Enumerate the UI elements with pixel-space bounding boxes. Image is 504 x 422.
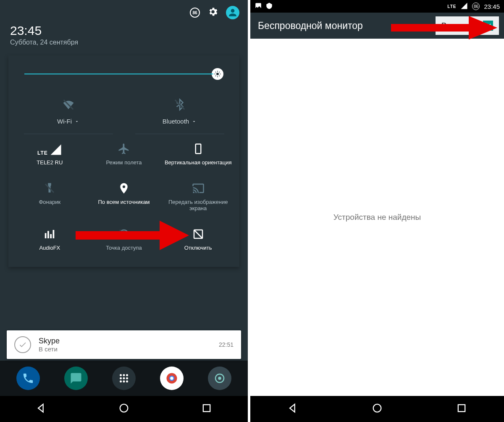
rotation-tile[interactable]: Вертикальная ориентация (161, 134, 235, 174)
recents-button[interactable] (201, 402, 213, 416)
bluetooth-tile[interactable]: Bluetooth (124, 92, 235, 134)
brightness-slider[interactable] (13, 68, 235, 92)
hotspot-label: Точка доступа (106, 245, 142, 251)
svg-point-30 (123, 380, 125, 382)
clock-date: Суббота, 24 сентября (10, 39, 238, 46)
apps-drawer-icon[interactable] (112, 367, 136, 390)
location-label: По всем источникам (98, 199, 150, 206)
qs-clock: 23:45 Суббота, 24 сентября (0, 24, 248, 54)
svg-point-29 (120, 380, 122, 382)
audiofx-label: AudioFX (39, 245, 60, 251)
equalizer-icon (43, 227, 56, 241)
svg-point-41 (373, 404, 381, 412)
location-icon (118, 181, 130, 195)
cast-tile[interactable]: Передать изображение экрана (161, 174, 235, 219)
battery-badge-icon: 86 (190, 8, 200, 18)
svg-rect-18 (53, 230, 55, 238)
bluetooth-dropdown[interactable]: Bluetooth (163, 118, 197, 125)
wifi-off-icon (62, 98, 75, 112)
location-tile[interactable]: По всем источникам (87, 174, 161, 219)
wifi-dropdown[interactable]: Wi-Fi (57, 118, 79, 125)
hotspot-off-icon (118, 227, 130, 241)
svg-rect-16 (47, 231, 49, 238)
bluetooth-off-icon (173, 98, 186, 112)
svg-point-28 (126, 377, 128, 380)
hotspot-tile[interactable]: Точка доступа (87, 219, 161, 259)
svg-rect-15 (45, 233, 47, 238)
svg-point-23 (120, 374, 122, 376)
camera-app-icon[interactable] (208, 367, 231, 390)
svg-point-0 (216, 73, 219, 75)
chrome-app-icon[interactable] (160, 367, 184, 390)
nav-bar (0, 396, 248, 422)
signal-icon (460, 2, 468, 11)
status-bar: LTE 86 23:45 (250, 0, 504, 13)
svg-point-27 (123, 377, 125, 380)
qs-tiles-panel: Wi-Fi Bluetooth LTE (8, 55, 239, 267)
wifi-tile[interactable]: Wi-Fi (13, 92, 124, 134)
enable-toggle[interactable]: Включить (436, 16, 499, 35)
svg-line-8 (219, 72, 220, 73)
flashlight-off-icon (43, 181, 56, 195)
phone-right-wireless-display: LTE 86 23:45 Беспроводной монитор Включи… (250, 0, 504, 422)
airplane-icon (118, 142, 130, 156)
check-badge-icon (265, 2, 273, 11)
cast-icon (192, 181, 205, 195)
disable-label: Отключить (184, 245, 212, 251)
enable-label: Включить (441, 21, 477, 30)
svg-rect-13 (195, 144, 201, 154)
home-button[interactable] (118, 402, 130, 416)
settings-icon[interactable] (207, 6, 218, 19)
flashlight-tile[interactable]: Фонарик (13, 174, 87, 219)
portrait-lock-icon (192, 142, 205, 156)
notification-time: 22:51 (219, 341, 234, 348)
home-dock (0, 361, 248, 396)
skype-app-icon (14, 336, 31, 353)
chevron-down-icon (192, 119, 197, 124)
airplane-label: Режим полета (106, 159, 142, 166)
status-time: 23:45 (484, 3, 500, 10)
svg-point-31 (126, 380, 128, 382)
lte-indicator: LTE (447, 4, 456, 9)
cast-label: Передать изображение экрана (163, 199, 234, 212)
messages-app-icon[interactable] (64, 367, 88, 390)
checkbox-checked-icon[interactable] (483, 21, 493, 31)
svg-line-5 (215, 72, 216, 73)
image-icon (255, 2, 262, 11)
svg-rect-42 (458, 405, 465, 411)
cellular-label: TELE2 RU (37, 159, 63, 166)
rotation-label: Вертикальная ориентация (165, 159, 232, 166)
cellular-tile[interactable]: LTE TELE2 RU (13, 134, 87, 174)
back-button[interactable] (35, 402, 47, 416)
svg-point-34 (170, 377, 173, 380)
empty-text: Устройства не найдены (333, 213, 421, 222)
svg-point-26 (120, 377, 122, 380)
notification-card[interactable]: Skype В сети 22:51 (7, 330, 241, 359)
phone-left-quicksettings: 86 23:45 Суббота, 24 сентября (0, 0, 250, 422)
page-title: Беспроводной монитор (258, 20, 363, 32)
airplane-tile[interactable]: Режим полета (87, 134, 161, 174)
audiofx-tile[interactable]: AudioFX (13, 219, 87, 259)
svg-point-24 (123, 374, 125, 376)
qs-header: 86 (0, 0, 248, 24)
recents-button[interactable] (456, 402, 467, 416)
svg-rect-38 (203, 405, 210, 411)
phone-app-icon[interactable] (16, 367, 40, 390)
notification-subtitle: В сети (39, 346, 211, 353)
screen-off-icon (192, 227, 205, 241)
svg-line-22 (194, 230, 202, 238)
notification-title: Skype (39, 337, 211, 346)
body-empty-state: Устройства не найдены (250, 39, 504, 396)
disable-tile[interactable]: Отключить (161, 219, 235, 259)
chevron-down-icon (74, 119, 79, 124)
user-avatar-icon[interactable] (226, 6, 239, 19)
back-button[interactable] (287, 402, 299, 416)
home-button[interactable] (371, 402, 383, 416)
svg-point-36 (218, 377, 221, 380)
signal-lte-icon: LTE (37, 142, 62, 156)
svg-point-25 (126, 374, 128, 376)
nav-bar (250, 396, 504, 422)
svg-rect-17 (50, 234, 52, 238)
svg-line-7 (215, 76, 216, 76)
brightness-thumb-icon[interactable] (212, 68, 223, 80)
